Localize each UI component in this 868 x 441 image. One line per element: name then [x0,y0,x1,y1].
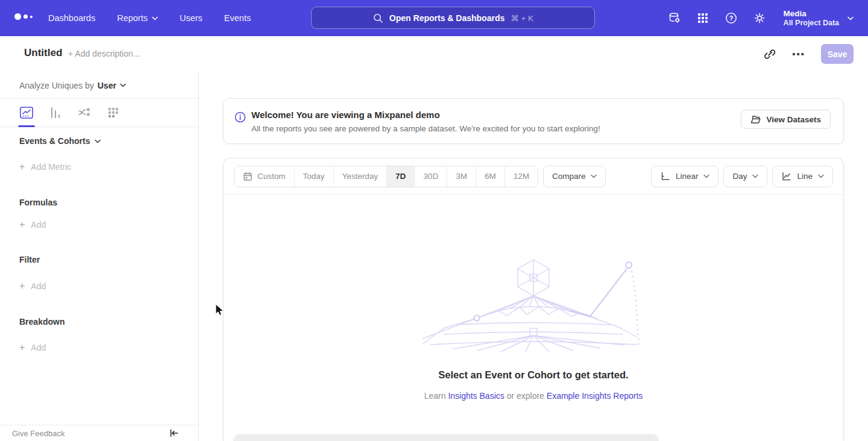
top-nav: Dashboards Reports Users Events Open Rep… [0,0,868,36]
add-formula-button[interactable]: + Add [19,219,46,230]
add-filter-button[interactable]: + Add [19,281,46,292]
range-12m[interactable]: 12M [505,166,538,187]
chart-type-label: Line [797,172,813,181]
calendar-icon [243,172,253,181]
project-switcher[interactable]: Media All Project Data [784,9,854,28]
folder-icon [750,115,761,124]
granularity-dropdown[interactable]: Day [723,166,767,187]
title-bar-actions: ••• Save [763,44,854,64]
main-content: Welcome! You are viewing a Mixpanel demo… [199,72,868,441]
section-breakdown: Breakdown [19,317,64,327]
range-7d[interactable]: 7D [386,166,414,187]
nav-item-dashboards[interactable]: Dashboards [48,13,95,23]
data-connections-icon[interactable] [668,11,681,25]
section-title: Filter [19,255,40,264]
add-metric-button[interactable]: + Add Metric [19,161,71,172]
add-formula-label: Add [31,220,46,230]
search-shortcut: ⌘ + K [511,13,533,23]
compare-dropdown[interactable]: Compare [543,166,606,187]
banner-title: Welcome! You are viewing a Mixpanel demo [251,110,440,120]
chevron-down-icon [152,16,158,20]
top-nav-right: ? Media All Project Data [668,0,854,36]
save-button[interactable]: Save [821,44,854,64]
section-events-cohorts[interactable]: Events & Cohorts [19,136,101,146]
query-builder-sidebar: Analyze Uniques by User Events & Cohorts [0,72,199,441]
section-filter: Filter [19,255,40,264]
chevron-down-icon [703,174,709,178]
date-range-segmented-control: Custom Today Yesterday 7D 30D 3M 6M 12M [234,166,538,187]
chevron-down-icon [818,174,824,178]
mixpanel-logo[interactable] [14,13,33,20]
report-card: Custom Today Yesterday 7D 30D 3M 6M 12M … [223,158,844,441]
middle-text: or explore [507,391,544,401]
range-label: 7D [395,172,406,181]
chevron-down-icon [591,174,597,178]
insights-basics-link[interactable]: Insights Basics [448,391,504,401]
range-label: 12M [514,172,529,181]
section-title: Formulas [19,198,57,207]
range-yesterday[interactable]: Yesterday [333,166,387,187]
range-label: Custom [257,172,286,181]
report-title[interactable]: Untitled [24,47,62,59]
nav-item-events[interactable]: Events [224,13,251,23]
nav-label: Events [224,13,251,23]
plus-icon: + [19,281,25,292]
range-6m[interactable]: 6M [476,166,505,187]
line-chart-icon [781,171,791,181]
add-description-field[interactable]: + Add description... [68,49,140,58]
banner-subtitle: All the reports you see are powered by a… [251,124,600,133]
analyze-prefix: Analyze Uniques by [19,81,94,90]
chevron-down-icon [120,83,126,87]
chart-type-dropdown[interactable]: Line [772,166,833,187]
more-options-button[interactable]: ••• [792,49,805,59]
analyze-entity-value: User [98,81,116,90]
chart-display-controls: Linear Day Line [651,166,833,187]
analyze-entity-dropdown[interactable]: User [98,81,126,90]
nav-item-users[interactable]: Users [180,13,203,23]
sidebar-footer: Give Feedback [0,425,198,441]
range-custom[interactable]: Custom [234,166,294,187]
insights-line-tab[interactable] [19,105,34,120]
scale-dropdown[interactable]: Linear [651,166,719,187]
settings-gear-icon[interactable] [753,11,766,25]
granularity-label: Day [732,172,747,181]
bottom-table-peek[interactable] [233,434,659,441]
view-datasets-button[interactable]: View Datasets [741,110,831,129]
nav-label: Reports [117,13,148,23]
empty-state-subtext: Learn Insights Basics or explore Example… [224,391,843,401]
nav-label: Users [180,13,203,23]
range-30d[interactable]: 30D [414,166,447,187]
plus-icon: + [19,342,25,353]
project-name: Media [784,9,839,19]
learn-prefix: Learn [424,391,446,401]
add-breakdown-label: Add [31,343,46,352]
chevron-down-icon [752,174,758,178]
add-breakdown-button[interactable]: + Add [19,342,46,353]
global-search[interactable]: Open Reports & Dashboards ⌘ + K [311,7,595,29]
section-title: Breakdown [19,317,64,327]
project-scope: All Project Data [784,19,839,28]
apps-grid-icon[interactable] [696,11,709,25]
range-label: 30D [423,172,438,181]
range-3m[interactable]: 3M [447,166,476,187]
collapse-sidebar-icon[interactable] [169,428,179,438]
metrics-tab[interactable] [106,105,121,120]
range-today[interactable]: Today [294,166,333,187]
nav-item-reports[interactable]: Reports [117,13,158,23]
view-datasets-label: View Datasets [766,115,821,124]
range-label: Today [303,172,325,181]
bar-chart-tab[interactable] [48,105,63,120]
mixpanel-insights-app: Dashboards Reports Users Events Open Rep… [0,0,868,441]
scale-label: Linear [676,172,699,181]
example-reports-link[interactable]: Example Insights Reports [547,391,643,401]
chart-controls-row: Custom Today Yesterday 7D 30D 3M 6M 12M … [224,158,843,195]
range-label: 6M [485,172,496,181]
primary-nav: Dashboards Reports Users Events [48,0,251,36]
report-title-bar: Untitled + Add description... ••• Save [0,36,868,72]
help-icon[interactable]: ? [725,11,738,25]
flows-tab[interactable] [77,105,92,120]
section-formulas: Formulas [19,198,57,207]
section-title: Events & Cohorts [19,136,90,146]
copy-link-icon[interactable] [763,48,776,61]
give-feedback-link[interactable]: Give Feedback [12,429,64,438]
